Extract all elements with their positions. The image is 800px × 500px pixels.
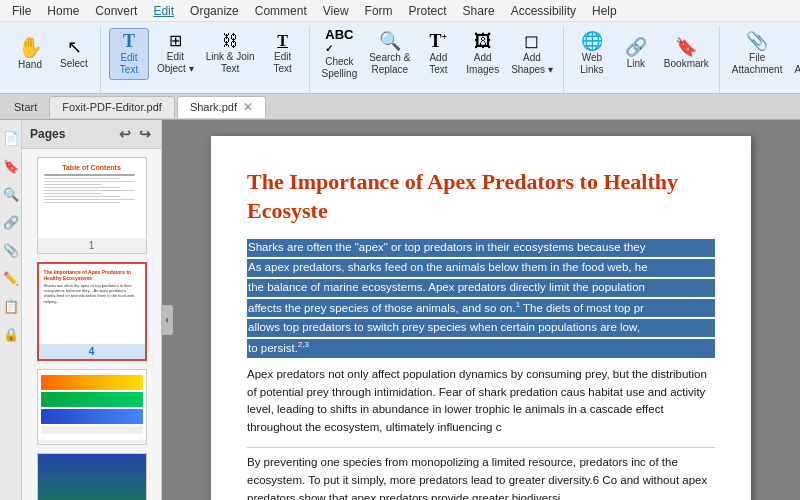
add-shapes-icon: ◻	[524, 32, 539, 50]
page-thumbnail-1[interactable]: Table of Contents 1	[37, 157, 147, 254]
link-label: Link	[627, 58, 645, 70]
pdf-title: The Importance of Apex Predators to Heal…	[247, 168, 715, 225]
menu-organize[interactable]: Organize	[182, 2, 247, 20]
search-replace-icon: 🔍	[379, 32, 401, 50]
select-icon: ↖	[67, 38, 82, 56]
menu-help[interactable]: Help	[584, 2, 625, 20]
menu-form[interactable]: Form	[357, 2, 401, 20]
page-thumbnail-4[interactable]: The Importance of Apex Predators to Heal…	[37, 262, 147, 361]
rotate-left-button[interactable]: ↩	[117, 124, 133, 144]
check-spelling-icon: ABC✓	[325, 28, 353, 54]
menu-share[interactable]: Share	[455, 2, 503, 20]
menu-convert[interactable]: Convert	[87, 2, 145, 20]
page-thumbnail-bg[interactable]: apex predators, including many sharks, a…	[37, 453, 147, 500]
bookmark-icon: 🔖	[675, 38, 697, 56]
ribbon-group-media: 📎 FileAttachment 🖼 ImageAnnotation ▶ Aud…	[722, 26, 800, 93]
file-attachment-button[interactable]: 📎 FileAttachment	[728, 28, 787, 80]
divider-line: By preventing one species from monopoliz…	[247, 447, 715, 500]
tab-close-icon[interactable]: ✕	[243, 101, 253, 113]
web-links-icon: 🌐	[581, 32, 603, 50]
add-images-button[interactable]: 🖼 AddImages	[462, 28, 503, 80]
pdf-area: The Importance of Apex Predators to Heal…	[162, 120, 800, 500]
layers-panel-button[interactable]: 📋	[1, 296, 21, 316]
menu-protect[interactable]: Protect	[401, 2, 455, 20]
menu-comment[interactable]: Comment	[247, 2, 315, 20]
highlighted-section: Sharks are often the "apex" or top preda…	[247, 239, 715, 358]
tab-foxit-pdf[interactable]: Foxit-PDF-Editor.pdf	[49, 96, 175, 118]
edit-object-button[interactable]: ⊞ EditObject ▾	[153, 28, 198, 80]
apex-thumb-title: The Importance of Apex Predators to Heal…	[44, 269, 140, 281]
page-thumbnail-strip[interactable]	[37, 369, 147, 445]
pages-thumbnails: Table of Contents 1 The Importan	[22, 149, 161, 500]
hand-button[interactable]: ✋ Hand	[10, 28, 50, 80]
links-panel-button[interactable]: 🔗	[1, 212, 21, 232]
tab-start[interactable]: Start	[4, 96, 47, 118]
web-links-button[interactable]: 🌐 WebLinks	[572, 28, 612, 80]
highlight-line-6: to persist.2,3	[247, 339, 715, 358]
edit-object-label: EditObject ▾	[157, 51, 194, 75]
pages-panel-button[interactable]: 📄	[1, 128, 21, 148]
bookmark-label: Bookmark	[664, 58, 709, 70]
highlight-line-1: Sharks are often the "apex" or top preda…	[247, 239, 715, 257]
add-shapes-button[interactable]: ◻ AddShapes ▾	[507, 28, 557, 80]
file-attachment-label: FileAttachment	[732, 52, 783, 76]
bookmark-button[interactable]: 🔖 Bookmark	[660, 28, 713, 80]
tab-bar: Start Foxit-PDF-Editor.pdf Shark.pdf ✕	[0, 94, 800, 120]
menu-accessibility[interactable]: Accessibility	[503, 2, 584, 20]
tab-shark-pdf[interactable]: Shark.pdf ✕	[177, 96, 266, 118]
highlight-line-3: the balance of marine ecosystems. Apex p…	[247, 279, 715, 297]
ribbon: ✋ Hand ↖ Select T EditText ⊞ EditObject …	[0, 22, 800, 94]
link-join-button[interactable]: ⛓ Link & JoinText	[202, 28, 259, 80]
panel-collapse-button[interactable]: ‹	[161, 305, 173, 335]
rotate-right-button[interactable]: ↪	[137, 124, 153, 144]
pages-panel-header: Pages ↩ ↪	[22, 120, 161, 149]
select-label: Select	[60, 58, 88, 70]
markup-panel-button[interactable]: ✏️	[1, 268, 21, 288]
page-num-1: 1	[38, 238, 146, 253]
menu-bar: File Home Convert Edit Organize Comment …	[0, 0, 800, 22]
hand-label: Hand	[18, 59, 42, 71]
ribbon-group-links: 🌐 WebLinks 🔗 Link 🔖 Bookmark	[566, 26, 720, 93]
add-images-label: AddImages	[466, 52, 499, 76]
menu-edit[interactable]: Edit	[145, 2, 182, 20]
add-text-label: AddText	[429, 52, 447, 76]
menu-view[interactable]: View	[315, 2, 357, 20]
edit-text-button[interactable]: T EditText	[109, 28, 149, 80]
link-join-label: Link & JoinText	[206, 51, 255, 75]
apex-thumb-text: Sharks are often the apex or top predato…	[44, 283, 140, 304]
link-join-icon: ⛓	[222, 33, 238, 49]
edit-text2-label: EditText	[273, 51, 291, 75]
highlight-line-2: As apex predators, sharks feed on the an…	[247, 259, 715, 277]
attachments-panel-button[interactable]: 📎	[1, 240, 21, 260]
add-text-button[interactable]: T+ AddText	[418, 28, 458, 80]
add-images-icon: 🖼	[474, 32, 492, 50]
edit-text-icon: T	[123, 32, 135, 50]
menu-file[interactable]: File	[4, 2, 39, 20]
ribbon-group-edit: T EditText ⊞ EditObject ▾ ⛓ Link & JoinT…	[103, 26, 310, 93]
select-button[interactable]: ↖ Select	[54, 28, 94, 80]
web-links-label: WebLinks	[580, 52, 603, 76]
edit-text-label: EditText	[120, 52, 138, 76]
superscript-2: 2,3	[298, 340, 309, 349]
file-attachment-icon: 📎	[746, 32, 768, 50]
main-area: 📄 🔖 🔍 🔗 📎 ✏️ 📋 🔒 Pages ↩ ↪ Table of Cont…	[0, 120, 800, 500]
security-panel-button[interactable]: 🔒	[1, 324, 21, 344]
image-annotation-button[interactable]: 🖼 ImageAnnotation	[790, 28, 800, 80]
link-button[interactable]: 🔗 Link	[616, 28, 656, 80]
pages-title: Pages	[30, 127, 65, 141]
add-text-icon: T+	[429, 32, 447, 50]
superscript-1: 1	[516, 300, 520, 309]
page-num-strip	[38, 440, 146, 444]
link-icon: 🔗	[625, 38, 647, 56]
left-icon-panel: 📄 🔖 🔍 🔗 📎 ✏️ 📋 🔒	[0, 120, 22, 500]
pages-panel: Pages ↩ ↪ Table of Contents	[22, 120, 162, 500]
highlight-line-4: affects the prey species of those animal…	[247, 299, 715, 318]
toc-title: Table of Contents	[44, 164, 140, 171]
bookmarks-panel-button[interactable]: 🔖	[1, 156, 21, 176]
search-replace-label: Search &Replace	[369, 52, 410, 76]
menu-home[interactable]: Home	[39, 2, 87, 20]
search-replace-button[interactable]: 🔍 Search &Replace	[365, 28, 414, 80]
edit-text2-button[interactable]: T EditText	[263, 28, 303, 80]
search-panel-button[interactable]: 🔍	[1, 184, 21, 204]
check-spelling-button[interactable]: ABC✓ CheckSpelling	[318, 28, 362, 80]
